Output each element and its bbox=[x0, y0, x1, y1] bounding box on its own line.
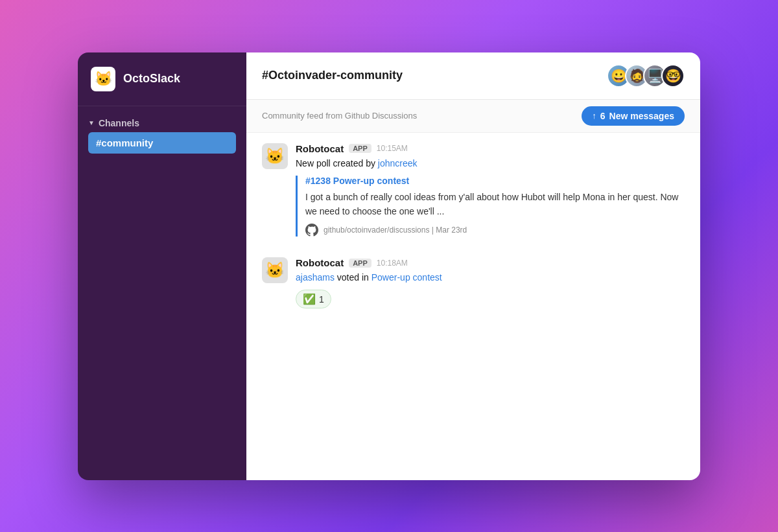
message-2-badge: APP bbox=[349, 259, 371, 268]
github-icon bbox=[305, 224, 318, 237]
feed-label: Community feed from Github Discussions bbox=[262, 111, 417, 121]
feed-bar: Community feed from Github Discussions ↑… bbox=[246, 100, 700, 133]
message-2: 🐱 Robotocat APP 10:18AM ajashams voted i… bbox=[262, 257, 685, 308]
channel-header: #Octoinvader-community 😀 🧔 🖥️ 🤓 bbox=[246, 52, 700, 100]
vote-user-link[interactable]: ajashams bbox=[296, 272, 335, 283]
chevron-down-icon: ▼ bbox=[88, 119, 95, 126]
johncreek-link[interactable]: johncreek bbox=[378, 158, 418, 168]
sidebar-header: 🐱 OctoSlack bbox=[78, 52, 246, 106]
avatar-stack: 😀 🧔 🖥️ 🤓 bbox=[607, 64, 685, 87]
quote-title-1: #1238 Power-up contest bbox=[305, 176, 685, 186]
message-1-badge: APP bbox=[349, 144, 371, 153]
arrow-up-icon: ↑ bbox=[592, 111, 596, 121]
main-content: #Octoinvader-community 😀 🧔 🖥️ 🤓 Communit… bbox=[246, 52, 700, 480]
message-1-body: Robotocat APP 10:15AM New poll created b… bbox=[296, 143, 685, 242]
quote-block-1: #1238 Power-up contest I got a bunch of … bbox=[296, 176, 685, 237]
new-messages-label: New messages bbox=[609, 111, 674, 121]
message-1-author: Robotocat bbox=[296, 143, 344, 154]
message-1-time: 10:15AM bbox=[377, 144, 408, 153]
message-1-text: New poll created by johncreek bbox=[296, 157, 685, 170]
app-logo-icon: 🐱 bbox=[91, 67, 115, 91]
new-messages-count: 6 bbox=[600, 111, 606, 121]
new-messages-button[interactable]: ↑ 6 New messages bbox=[582, 106, 685, 126]
channel-label: #community bbox=[96, 137, 153, 148]
channels-section: ▼ Channels #community bbox=[78, 106, 246, 159]
reaction-emoji: ✅ bbox=[303, 293, 316, 305]
message-1: 🐱 Robotocat APP 10:15AM New poll created… bbox=[262, 143, 685, 242]
quote-meta-1: github/octoinvader/discussions | Mar 23r… bbox=[324, 226, 467, 235]
channels-label: Channels bbox=[99, 118, 139, 128]
message-1-header: Robotocat APP 10:15AM bbox=[296, 143, 685, 154]
message-2-author: Robotocat bbox=[296, 257, 344, 268]
message-2-header: Robotocat APP 10:18AM bbox=[296, 257, 685, 268]
message-2-time: 10:18AM bbox=[377, 259, 408, 268]
message-2-avatar: 🐱 bbox=[262, 257, 288, 283]
message-1-avatar: 🐱 bbox=[262, 143, 288, 169]
sidebar-item-community[interactable]: #community bbox=[88, 132, 236, 154]
sidebar: 🐱 OctoSlack ▼ Channels #community bbox=[78, 52, 246, 480]
reaction-count: 1 bbox=[319, 294, 324, 305]
quote-footer-1: github/octoinvader/discussions | Mar 23r… bbox=[305, 224, 685, 237]
message-2-body: Robotocat APP 10:18AM ajashams voted in … bbox=[296, 257, 685, 308]
message-2-text: ajashams voted in Power-up contest bbox=[296, 271, 685, 284]
quote-body-1: I got a bunch of really cool ideas from … bbox=[305, 190, 685, 219]
avatar-4: 🤓 bbox=[661, 64, 685, 87]
channels-header[interactable]: ▼ Channels bbox=[88, 118, 236, 128]
app-window: 🐱 OctoSlack ▼ Channels #community #Octoi… bbox=[78, 52, 700, 480]
vote-contest-link[interactable]: Power-up contest bbox=[371, 272, 442, 283]
messages-area: 🐱 Robotocat APP 10:15AM New poll created… bbox=[246, 133, 700, 480]
channel-name: #Octoinvader-community bbox=[262, 69, 403, 82]
reaction-1[interactable]: ✅ 1 bbox=[296, 290, 331, 308]
app-title: OctoSlack bbox=[123, 72, 180, 86]
